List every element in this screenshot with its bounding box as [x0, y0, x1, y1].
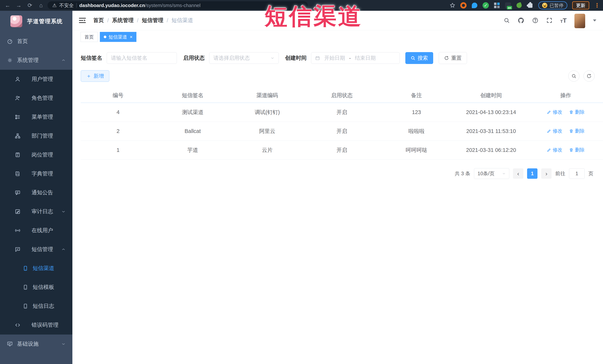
browser-menu-icon[interactable]: ⋮: [594, 0, 600, 11]
page-content: 短信签名 启用状态 请选择启用状态 创建时间 开始日期 - 结束日期: [72, 44, 603, 364]
sidebar-item-label: 审计日志: [32, 208, 53, 215]
chevron-down-icon: [502, 172, 506, 176]
sidebar-item-audit-log[interactable]: 审计日志: [0, 202, 72, 221]
reset-button[interactable]: 重置: [439, 52, 467, 64]
cell-ops: 修改 删除: [528, 103, 603, 122]
breadcrumb: 首页 / 系统管理 / 短信管理 / 短信渠道: [93, 17, 193, 24]
chevron-up-icon: [61, 247, 66, 252]
delete-link[interactable]: 删除: [569, 128, 585, 134]
paused-extension-chip[interactable]: 已暂停: [538, 1, 567, 10]
hamburger-icon[interactable]: [79, 17, 86, 23]
sidebar-item-dict-mgmt[interactable]: 字典管理: [0, 164, 72, 183]
start-date-placeholder: 开始日期: [324, 55, 345, 62]
sidebar-item-dept-mgmt[interactable]: 部门管理: [0, 126, 72, 145]
edit-link[interactable]: 修改: [547, 128, 562, 134]
sidebar-item-notice[interactable]: 通知公告: [0, 183, 72, 202]
search-button[interactable]: 搜索: [405, 52, 433, 64]
ext-blue-drop-icon[interactable]: [471, 2, 478, 9]
next-page-button[interactable]: ›: [541, 168, 552, 179]
sidebar-item-user-mgmt[interactable]: 用户管理: [0, 70, 72, 89]
breadcrumb-system-mgmt[interactable]: 系统管理: [112, 17, 134, 24]
reload-icon[interactable]: ⟳: [25, 0, 35, 11]
back-icon[interactable]: ←: [3, 0, 12, 11]
refresh-circle-icon[interactable]: [583, 70, 595, 82]
table-row: 4 测试渠道 调试(钉钉) 开启 123 2021-04-13 00:23:14…: [81, 103, 603, 122]
sidebar-item-label: 用户管理: [32, 76, 53, 83]
breadcrumb-separator: /: [167, 17, 168, 23]
github-icon[interactable]: [518, 17, 524, 24]
sidebar-item-sms-template[interactable]: 短信模板: [0, 278, 72, 297]
sidebar-item-home[interactable]: 首页: [0, 32, 72, 51]
sidebar-item-sms-channel[interactable]: 短信渠道: [0, 259, 72, 278]
sidebar-item-sms-log[interactable]: 短信日志: [0, 297, 72, 316]
forward-icon[interactable]: →: [14, 0, 23, 11]
avatar[interactable]: [574, 14, 585, 28]
sidebar-item-post-mgmt[interactable]: 岗位管理: [0, 145, 72, 164]
close-icon[interactable]: ×: [130, 34, 132, 40]
sidebar-item-label: 通知公告: [32, 189, 53, 196]
home-icon[interactable]: ⌂: [36, 0, 46, 11]
sidebar-item-role-mgmt[interactable]: 角色管理: [0, 89, 72, 108]
delete-link[interactable]: 删除: [569, 147, 585, 153]
breadcrumb-sms-mgmt[interactable]: 短信管理: [142, 17, 163, 24]
phone-icon: [22, 265, 29, 271]
sidebar-submenu-system: 用户管理 角色管理 菜单管理 部门管理: [0, 70, 72, 334]
date-range-picker[interactable]: 开始日期 - 结束日期: [311, 52, 400, 64]
breadcrumb-home[interactable]: 首页: [93, 17, 104, 24]
edit-link[interactable]: 修改: [547, 147, 562, 153]
font-size-icon[interactable]: TT: [560, 17, 567, 23]
sidebar-item-sms-mgmt[interactable]: 短信管理: [0, 240, 72, 259]
logo-image: [10, 15, 22, 27]
prev-page-button[interactable]: ‹: [513, 168, 523, 179]
tab-home[interactable]: 首页: [81, 32, 98, 42]
sms-icon: [14, 246, 21, 253]
reset-button-label: 重置: [451, 55, 462, 62]
sign-input[interactable]: [107, 52, 177, 64]
cell-id: 2: [81, 122, 155, 141]
sidebar-item-menu-mgmt[interactable]: 菜单管理: [0, 108, 72, 126]
ext-green-check-icon[interactable]: ✓: [483, 2, 489, 9]
ext-green-leaf-icon[interactable]: [516, 2, 522, 9]
sidebar-item-label: 菜单管理: [32, 113, 53, 121]
tab-sms-channel[interactable]: 短信渠道 ×: [100, 32, 136, 42]
sidebar-logo[interactable]: 芋道管理系统: [0, 11, 72, 32]
caret-down-icon[interactable]: [593, 20, 596, 22]
badge-icon: [14, 152, 21, 158]
search-icon[interactable]: [504, 17, 510, 23]
tab-label: 短信渠道: [109, 34, 127, 40]
page-1-button[interactable]: 1: [527, 168, 537, 179]
status-select[interactable]: 请选择启用状态: [209, 52, 279, 64]
ext-on-badge: on: [507, 6, 512, 10]
col-status: 启用状态: [305, 88, 379, 103]
search-circle-icon[interactable]: [568, 70, 580, 82]
page-size-select[interactable]: 10条/页: [474, 168, 509, 179]
tab-label: 首页: [84, 34, 94, 40]
goto-label: 前往: [555, 170, 565, 177]
breadcrumb-separator: /: [107, 17, 109, 23]
sidebar-item-system-mgmt[interactable]: 系统管理: [0, 51, 72, 70]
update-button[interactable]: 更新: [572, 1, 589, 10]
trash-icon: [569, 129, 573, 133]
annotation-overlay-text: 短信渠道: [265, 1, 362, 32]
app-frame: 芋道管理系统 首页 系统管理 用户管理: [0, 11, 603, 364]
url-path: /system/sms/sms-channel: [145, 3, 200, 8]
sidebar-item-label: 短信模板: [33, 284, 54, 291]
ext-grid-icon[interactable]: [494, 2, 500, 9]
sidebar-item-infrastructure[interactable]: 基础设施: [0, 334, 72, 353]
ext-puzzle-icon[interactable]: [527, 2, 533, 9]
goto-page-input[interactable]: [569, 168, 585, 179]
fullscreen-icon[interactable]: [546, 17, 553, 23]
sidebar-item-label: 基础设施: [17, 340, 39, 348]
col-remark: 备注: [379, 88, 454, 103]
help-icon[interactable]: [532, 17, 538, 23]
delete-link[interactable]: 删除: [569, 109, 585, 115]
add-button[interactable]: ＋ 新增: [81, 70, 109, 82]
sidebar-item-label: 岗位管理: [32, 151, 53, 159]
sms-channel-table: 编号 短信签名 渠道编码 启用状态 备注 创建时间 操作 4 测试渠道 调试(钉…: [81, 88, 603, 160]
ext-orange-ring-icon[interactable]: [460, 2, 467, 9]
bookmark-star-icon[interactable]: [450, 2, 455, 8]
sidebar-item-online-users[interactable]: 在线用户: [0, 221, 72, 240]
edit-link[interactable]: 修改: [547, 109, 562, 115]
ext-dark-on-icon[interactable]: on: [505, 2, 511, 9]
sidebar-item-error-code-mgmt[interactable]: 错误码管理: [0, 316, 72, 334]
